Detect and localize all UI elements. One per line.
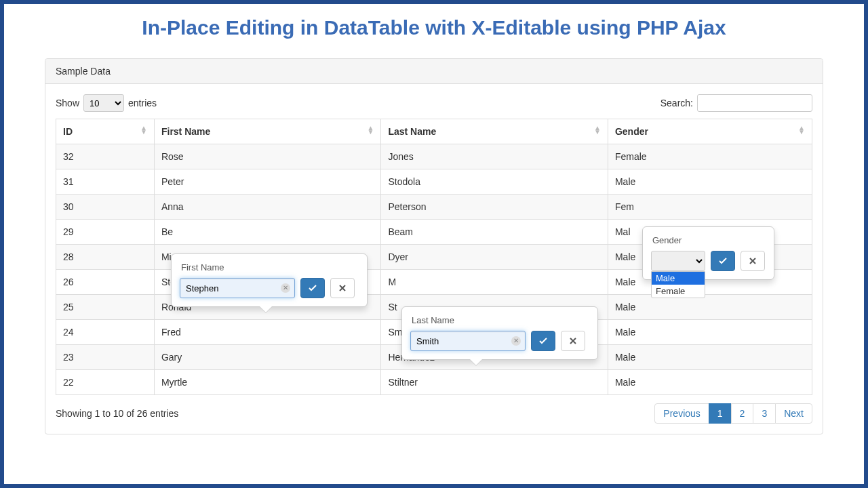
x-icon <box>749 258 756 264</box>
editable-popover-last-name: Last Name ✕ <box>401 306 598 360</box>
clear-icon[interactable]: ✕ <box>511 336 521 346</box>
editable-popover-gender: Gender Male Female <box>642 226 774 280</box>
search-label: Search: <box>660 98 693 108</box>
cell-gender[interactable]: Male <box>608 345 812 370</box>
col-last-name[interactable]: Last Name▲▼ <box>381 119 608 144</box>
cell-last-name[interactable]: Beam <box>381 220 608 245</box>
cell-last-name[interactable]: Peterson <box>381 195 608 220</box>
cell-gender[interactable]: Male <box>608 295 812 320</box>
cell-first-name[interactable]: Gary <box>154 345 381 370</box>
page-3[interactable]: 3 <box>753 403 776 424</box>
cell-gender[interactable]: Male <box>608 169 812 195</box>
popover-arrow <box>470 359 482 365</box>
confirm-button[interactable] <box>531 331 555 351</box>
cell-id: 31 <box>56 169 155 195</box>
cell-id: 32 <box>56 144 155 169</box>
cell-id: 30 <box>56 195 155 220</box>
sort-icon: ▲▼ <box>798 126 805 134</box>
sort-icon: ▲▼ <box>140 126 147 134</box>
cell-last-name[interactable]: Jones <box>381 144 608 169</box>
popover-title: First Name <box>177 260 361 278</box>
cell-id: 22 <box>56 370 155 395</box>
show-label: Show <box>56 98 79 108</box>
cell-id: 26 <box>56 270 155 295</box>
gender-option-male[interactable]: Male <box>652 272 705 285</box>
table-row: 32RoseJonesFemale <box>56 144 812 169</box>
search-control: Search: <box>660 94 812 112</box>
check-icon <box>719 258 727 264</box>
gender-option-female[interactable]: Female <box>652 285 705 298</box>
popover-title: Last Name <box>408 312 592 331</box>
cell-first-name[interactable]: Peter <box>154 169 381 195</box>
cell-first-name[interactable]: Anna <box>154 195 381 220</box>
page-1[interactable]: 1 <box>709 403 732 424</box>
x-icon <box>570 338 576 344</box>
sort-icon: ▲▼ <box>368 126 374 134</box>
cell-gender[interactable]: Fem <box>608 195 812 220</box>
cell-gender[interactable]: Male <box>608 370 812 395</box>
entries-label: entries <box>128 98 157 108</box>
data-panel: Sample Data Show 10 entries Search: ID▲▼… <box>45 58 823 434</box>
page-length-select[interactable]: 10 <box>83 94 124 112</box>
editable-popover-first-name: First Name ✕ <box>171 253 368 307</box>
x-icon <box>339 285 346 291</box>
pagination: Previous 1 2 3 Next <box>655 403 812 424</box>
cell-last-name[interactable]: Stiltner <box>381 370 608 395</box>
check-icon <box>539 338 547 344</box>
cell-last-name[interactable]: Dyer <box>381 245 608 270</box>
cell-first-name[interactable]: Myrtle <box>154 370 381 395</box>
cell-id: 23 <box>56 345 155 370</box>
cancel-button[interactable] <box>741 251 765 271</box>
popover-title: Gender <box>648 232 768 251</box>
check-icon <box>309 285 317 291</box>
col-first-name[interactable]: First Name▲▼ <box>154 119 381 144</box>
cancel-button[interactable] <box>330 278 355 298</box>
col-gender[interactable]: Gender▲▼ <box>608 119 812 144</box>
col-id[interactable]: ID▲▼ <box>56 119 155 144</box>
cell-id: 24 <box>56 320 155 345</box>
cell-id: 28 <box>56 245 155 270</box>
cell-id: 29 <box>56 220 155 245</box>
panel-heading: Sample Data <box>45 59 823 84</box>
length-control: Show 10 entries <box>56 94 157 112</box>
panel-body: Show 10 entries Search: ID▲▼ First Name▲… <box>45 84 823 434</box>
cell-first-name[interactable]: Fred <box>154 320 381 345</box>
gender-dropdown: Male Female <box>651 271 705 298</box>
cell-gender[interactable]: Female <box>608 144 812 169</box>
popover-arrow <box>260 306 272 312</box>
gender-select[interactable] <box>651 251 705 271</box>
last-name-input[interactable] <box>410 331 526 351</box>
page-next[interactable]: Next <box>775 403 812 424</box>
cell-last-name[interactable]: M <box>381 270 608 295</box>
cancel-button[interactable] <box>561 331 585 351</box>
table-row: 22MyrtleStiltnerMale <box>56 370 812 395</box>
first-name-input[interactable] <box>180 278 295 298</box>
cell-first-name[interactable]: Be <box>154 220 381 245</box>
page-prev[interactable]: Previous <box>654 403 709 424</box>
sort-icon: ▲▼ <box>594 126 601 134</box>
page-title: In-Place Editing in DataTable with X-Edi… <box>45 16 823 39</box>
page-2[interactable]: 2 <box>731 403 754 424</box>
confirm-button[interactable] <box>711 251 735 271</box>
confirm-button[interactable] <box>300 278 325 298</box>
table-row: 30AnnaPetersonFem <box>56 195 812 220</box>
table-row: 31PeterStodolaMale <box>56 169 812 195</box>
cell-gender[interactable]: Male <box>608 320 812 345</box>
clear-icon[interactable]: ✕ <box>281 283 290 293</box>
table-info: Showing 1 to 10 of 26 entries <box>56 408 178 419</box>
cell-id: 25 <box>56 295 155 320</box>
search-input[interactable] <box>697 94 812 112</box>
cell-last-name[interactable]: Stodola <box>381 169 608 195</box>
cell-first-name[interactable]: Rose <box>154 144 381 169</box>
